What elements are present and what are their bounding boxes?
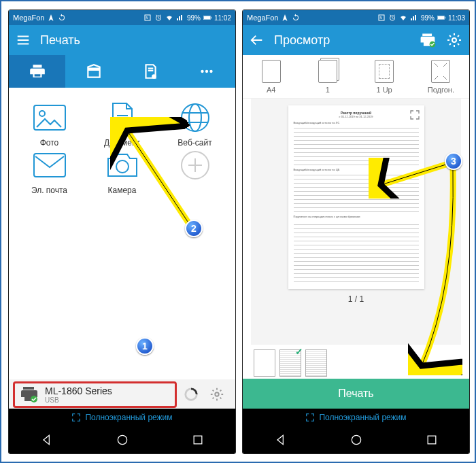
nav-recent-icon[interactable] xyxy=(191,433,205,447)
fullscreen-label: Полноэкранный режим xyxy=(319,413,406,422)
page-thumbnails: ✓ xyxy=(251,347,461,379)
print-button-label: Печать xyxy=(338,388,373,400)
svg-text:N: N xyxy=(379,16,381,20)
svg-rect-26 xyxy=(438,16,444,20)
printer-icon xyxy=(29,63,46,80)
nav-home-icon[interactable] xyxy=(350,433,363,447)
source-add[interactable] xyxy=(160,150,230,195)
system-navbar xyxy=(9,426,235,453)
battery-pct: 99% xyxy=(187,14,201,22)
nav-back-icon[interactable] xyxy=(40,433,54,447)
opt-fit-label: Подгон. xyxy=(428,86,454,94)
svg-point-7 xyxy=(201,70,204,73)
battery-icon xyxy=(203,14,211,22)
fullscreen-bar[interactable]: Полноэкранный режим xyxy=(243,409,469,426)
globe-icon xyxy=(180,102,211,133)
source-document[interactable]: Документ xyxy=(87,103,157,148)
printer-ok-icon[interactable] xyxy=(419,31,437,49)
annotation-badge-2: 2 xyxy=(185,220,203,237)
alarm-icon xyxy=(388,14,396,22)
page-title: Печать xyxy=(40,33,80,48)
option-fit[interactable]: Подгон. xyxy=(413,55,469,98)
svg-point-12 xyxy=(182,104,209,131)
svg-rect-21 xyxy=(194,436,202,444)
svg-point-20 xyxy=(118,435,126,444)
svg-rect-5 xyxy=(211,17,211,19)
svg-point-15 xyxy=(116,160,129,173)
battery-icon xyxy=(437,14,445,22)
nav-home-icon[interactable] xyxy=(116,433,129,447)
nfc-icon: N xyxy=(377,14,386,22)
tab-more[interactable] xyxy=(179,55,235,88)
svg-text:N: N xyxy=(146,16,148,20)
photo-icon xyxy=(33,104,67,131)
tab-bar xyxy=(9,55,235,88)
preview-area[interactable]: Реестр поручений с 01.12.2019 по 31.12.2… xyxy=(251,99,461,345)
location-icon xyxy=(281,14,289,22)
document-icon xyxy=(109,102,136,133)
sync-icon xyxy=(58,14,66,22)
source-photo[interactable]: Фото xyxy=(14,103,84,148)
app-bar: Просмотр xyxy=(243,25,469,55)
back-icon[interactable] xyxy=(250,33,265,48)
selected-printer[interactable]: ML-1860 Series USB xyxy=(13,381,177,408)
source-web[interactable]: Веб-сайт xyxy=(160,103,230,148)
opt-copies-label: 1 xyxy=(326,86,330,94)
tab-scan[interactable] xyxy=(65,55,122,88)
camera-label: Камера xyxy=(108,186,137,195)
thumb-blank[interactable] xyxy=(254,349,275,377)
source-email[interactable]: Эл. почта xyxy=(14,150,84,195)
expand-icon[interactable] xyxy=(409,109,420,120)
thumb-page-1[interactable]: ✓ xyxy=(279,349,301,377)
status-bar: MegaFon N 99% 11:02 xyxy=(9,10,235,25)
email-icon xyxy=(33,152,67,178)
printer-ok-icon xyxy=(19,385,39,403)
opt-size-label: A4 xyxy=(267,86,275,94)
page-preview[interactable]: Реестр поручений с 01.12.2019 по 31.12.2… xyxy=(288,105,424,289)
photo-label: Фото xyxy=(40,138,59,148)
signal-icon xyxy=(176,14,184,22)
svg-point-11 xyxy=(39,111,45,116)
clock: 11:03 xyxy=(448,14,465,22)
page-counter: 1 / 1 xyxy=(348,294,364,304)
phone-preview-screen: MegaFon N 99% 11:03 Просмотр xyxy=(242,10,470,454)
svg-point-8 xyxy=(205,70,208,73)
option-paper-size[interactable]: A4 xyxy=(243,55,299,98)
content-area: Фото Документ Веб-сайт Эл. почта Камера xyxy=(9,88,235,380)
fullscreen-label: Полноэкранный режим xyxy=(85,413,172,422)
more-icon xyxy=(198,63,216,80)
progress-icon[interactable] xyxy=(184,387,199,402)
nfc-icon: N xyxy=(143,14,152,22)
battery-pct: 99% xyxy=(421,14,435,22)
carrier-label: MegaFon xyxy=(13,14,44,22)
source-camera[interactable]: Камера xyxy=(87,150,157,195)
nav-back-icon[interactable] xyxy=(274,433,288,447)
thumb-page-2[interactable] xyxy=(305,349,327,377)
svg-rect-27 xyxy=(445,17,445,19)
email-label: Эл. почта xyxy=(31,186,67,195)
tab-print[interactable] xyxy=(9,55,65,88)
print-button[interactable]: Печать xyxy=(243,379,469,409)
annotation-badge-1: 1 xyxy=(136,337,154,355)
fit-icon xyxy=(432,61,449,82)
annotation-badge-3: 3 xyxy=(445,152,462,170)
fullscreen-bar[interactable]: Полноэкранный режим xyxy=(9,409,235,426)
printer-connection: USB xyxy=(45,396,112,404)
option-copies[interactable]: 1 xyxy=(299,55,356,98)
printer-bar: ML-1860 Series USB xyxy=(9,379,235,409)
gear-icon[interactable] xyxy=(209,387,224,402)
svg-point-13 xyxy=(189,104,201,131)
sync-icon xyxy=(292,14,300,22)
hamburger-icon[interactable] xyxy=(16,33,31,48)
wifi-icon xyxy=(399,14,407,22)
status-bar: MegaFon N 99% 11:03 xyxy=(243,10,469,25)
nav-recent-icon[interactable] xyxy=(425,433,439,447)
wifi-icon xyxy=(165,14,173,22)
gear-icon[interactable] xyxy=(446,32,462,48)
tab-fax[interactable] xyxy=(122,55,179,88)
opt-layout-label: 1 Up xyxy=(377,86,392,94)
document-label: Документ xyxy=(104,138,140,148)
option-layout[interactable]: 1 Up xyxy=(356,55,413,98)
fullscreen-icon xyxy=(71,413,81,422)
svg-point-30 xyxy=(352,435,360,444)
